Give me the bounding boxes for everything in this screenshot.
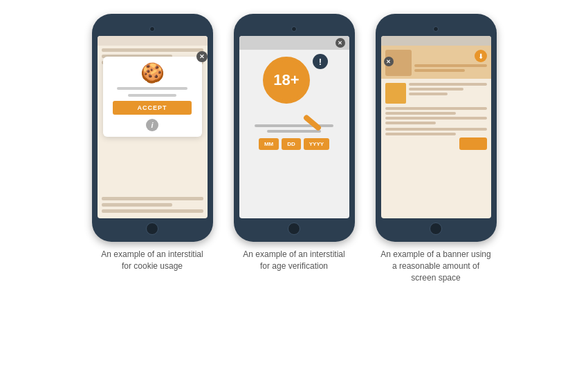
phone-wrapper-3: ✕ ⬇ bbox=[376, 14, 497, 283]
caption-3: An example of a banner using a reasonabl… bbox=[380, 249, 491, 283]
banner-right: ⬇ bbox=[414, 50, 487, 76]
banner-icon-row: ⬇ bbox=[414, 50, 487, 62]
phone-wrapper-1: ✕ 🍪 ACCEPT i An example of an interstiti… bbox=[92, 14, 213, 272]
phone-banner: ✕ ⬇ bbox=[376, 14, 497, 242]
topbar-close-btn[interactable]: ✕ bbox=[336, 38, 345, 48]
bottom-lines-1 bbox=[102, 197, 203, 213]
banner-top: ⬇ bbox=[381, 46, 491, 79]
banner-line-2 bbox=[414, 69, 466, 72]
bottom-line-2 bbox=[102, 203, 173, 207]
screen-2-line-2 bbox=[267, 130, 322, 133]
phone-screen-1: ✕ 🍪 ACCEPT i bbox=[98, 36, 208, 218]
caption-2: An example of an interstitial for age ve… bbox=[239, 249, 349, 272]
magnifier-glass: 18+ bbox=[263, 57, 310, 104]
screen-3-body bbox=[381, 79, 491, 218]
body-line-2 bbox=[409, 88, 463, 91]
warning-badge: ! bbox=[313, 54, 328, 69]
accept-button[interactable]: ACCEPT bbox=[113, 101, 192, 115]
body-line-8 bbox=[385, 128, 487, 131]
age-label: 18+ bbox=[273, 71, 299, 89]
date-field-mm[interactable]: MM bbox=[259, 138, 279, 150]
phone-camera-3 bbox=[433, 26, 439, 32]
date-field-yyyy[interactable]: YYYY bbox=[304, 138, 329, 150]
download-icon[interactable]: ⬇ bbox=[475, 50, 487, 62]
screen-3-topbar bbox=[381, 36, 491, 46]
body-line-7 bbox=[385, 122, 437, 124]
content-line bbox=[102, 48, 203, 52]
screen-2-content: 18+ ! MM DD YYYY bbox=[239, 50, 349, 218]
banner-area: ✕ ⬇ bbox=[381, 46, 491, 79]
body-row-1 bbox=[385, 83, 487, 104]
top-bar-1 bbox=[98, 36, 208, 46]
body-thumbnail-sm bbox=[385, 83, 406, 104]
date-field-dd[interactable]: DD bbox=[282, 138, 301, 150]
body-block-2 bbox=[385, 128, 487, 150]
phone-home-btn-3[interactable] bbox=[430, 222, 442, 235]
modal-line-1 bbox=[117, 87, 187, 90]
magnifier-container: 18+ ! bbox=[263, 57, 325, 119]
cookie-icon: 🍪 bbox=[140, 64, 165, 83]
phone-wrapper-2: ✕ 18+ ! MM bbox=[234, 14, 355, 272]
bottom-line-3 bbox=[102, 209, 203, 213]
phones-container: ✕ 🍪 ACCEPT i An example of an interstiti… bbox=[21, 14, 567, 373]
screen-2-lines bbox=[245, 124, 344, 133]
phone-age: ✕ 18+ ! MM bbox=[234, 14, 355, 242]
date-fields: MM DD YYYY bbox=[245, 138, 344, 150]
body-lines bbox=[409, 83, 487, 104]
body-line-1 bbox=[409, 83, 487, 86]
body-line-9 bbox=[385, 133, 457, 135]
phone-screen-2: ✕ 18+ ! MM bbox=[239, 36, 349, 218]
info-icon[interactable]: i bbox=[146, 119, 158, 131]
phone-home-btn-2[interactable] bbox=[288, 222, 300, 235]
phone-screen-3: ✕ ⬇ bbox=[381, 36, 491, 218]
phone-camera-1 bbox=[149, 26, 155, 32]
banner-close-btn[interactable]: ✕ bbox=[384, 57, 394, 66]
modal-close-btn[interactable]: ✕ bbox=[196, 51, 208, 62]
body-block-1 bbox=[385, 107, 487, 124]
phone-camera-2 bbox=[291, 26, 297, 32]
banner-line-1 bbox=[414, 64, 487, 67]
bottom-line-1 bbox=[102, 197, 203, 200]
body-line-4 bbox=[385, 107, 487, 110]
body-line-5 bbox=[385, 112, 457, 115]
body-line-6 bbox=[385, 117, 487, 120]
phone-cookie: ✕ 🍪 ACCEPT i bbox=[92, 14, 213, 242]
cta-button-sm[interactable] bbox=[459, 137, 487, 150]
phone-home-btn-1[interactable] bbox=[146, 222, 158, 235]
cookie-modal: ✕ 🍪 ACCEPT i bbox=[103, 57, 202, 137]
screen-2-topbar: ✕ bbox=[239, 36, 349, 50]
modal-line-2 bbox=[128, 94, 176, 97]
screen-2-line-1 bbox=[255, 124, 333, 127]
body-line-3 bbox=[409, 93, 448, 95]
caption-1: An example of an interstitial for cookie… bbox=[97, 249, 208, 272]
